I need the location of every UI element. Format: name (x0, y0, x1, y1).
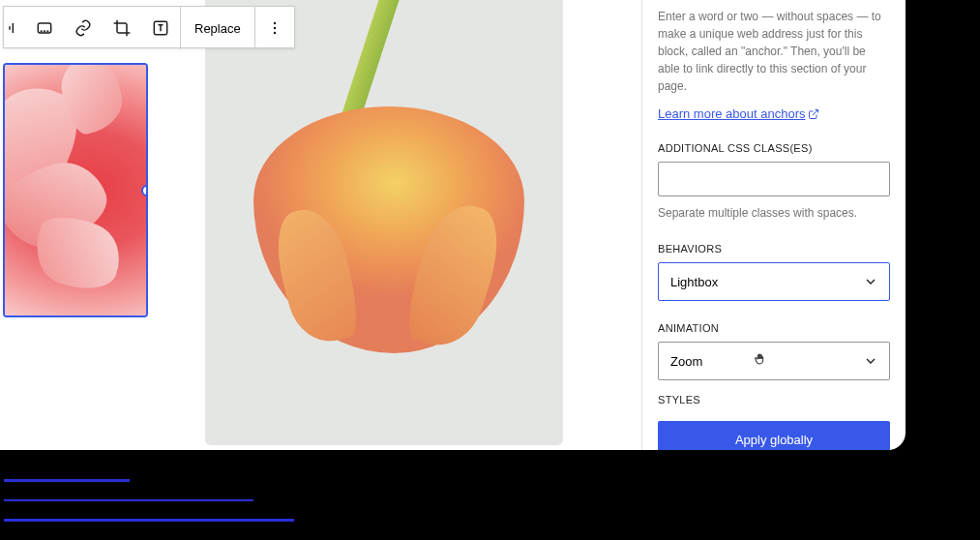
crop-button[interactable] (103, 7, 141, 49)
more-options-button[interactable] (255, 7, 294, 49)
svg-point-4 (45, 31, 45, 32)
caption-button[interactable] (25, 7, 64, 49)
css-classes-help: Separate multiple classes with spaces. (658, 204, 890, 222)
behaviors-label: BEHAVIORS (658, 243, 890, 255)
text-overlay-icon (151, 18, 170, 38)
anchor-help-text: Enter a word or two — without spaces — t… (658, 8, 890, 95)
animation-select[interactable]: Zoom (658, 342, 890, 380)
svg-point-5 (47, 31, 48, 32)
learn-anchors-link-label: Learn more about anchors (658, 106, 805, 121)
editor-canvas[interactable]: Replace (0, 0, 642, 450)
external-link-icon (808, 108, 819, 120)
decorative-lines (4, 479, 294, 539)
selected-image-block[interactable] (3, 63, 148, 317)
settings-sidebar: Enter a word or two — without spaces — t… (642, 0, 906, 450)
link-button[interactable] (64, 7, 103, 49)
crop-icon (112, 18, 132, 38)
text-overlay-button[interactable] (141, 7, 180, 49)
align-button[interactable] (4, 7, 25, 49)
svg-point-7 (273, 22, 276, 25)
css-classes-label: ADDITIONAL CSS CLASS(ES) (658, 142, 890, 154)
editor-window: Replace Enter a word or two — without (0, 0, 906, 450)
behaviors-select[interactable]: Lightbox (658, 262, 890, 301)
link-icon (74, 18, 93, 38)
svg-point-3 (41, 31, 42, 32)
css-classes-input[interactable] (658, 162, 890, 196)
apply-globally-button[interactable]: Apply globally (658, 421, 890, 450)
more-vertical-icon (265, 18, 284, 38)
block-toolbar: Replace (3, 6, 295, 48)
learn-anchors-link[interactable]: Learn more about anchors (658, 106, 819, 121)
svg-point-8 (273, 27, 276, 30)
replace-button[interactable]: Replace (180, 7, 255, 49)
canvas-image-right[interactable] (205, 0, 563, 445)
resize-handle-right[interactable] (141, 185, 148, 196)
svg-point-9 (273, 32, 276, 35)
caption-icon (35, 18, 54, 38)
align-icon (5, 18, 24, 38)
styles-label: STYLES (658, 394, 890, 405)
svg-line-10 (813, 109, 818, 115)
animation-label: ANIMATION (658, 322, 890, 334)
